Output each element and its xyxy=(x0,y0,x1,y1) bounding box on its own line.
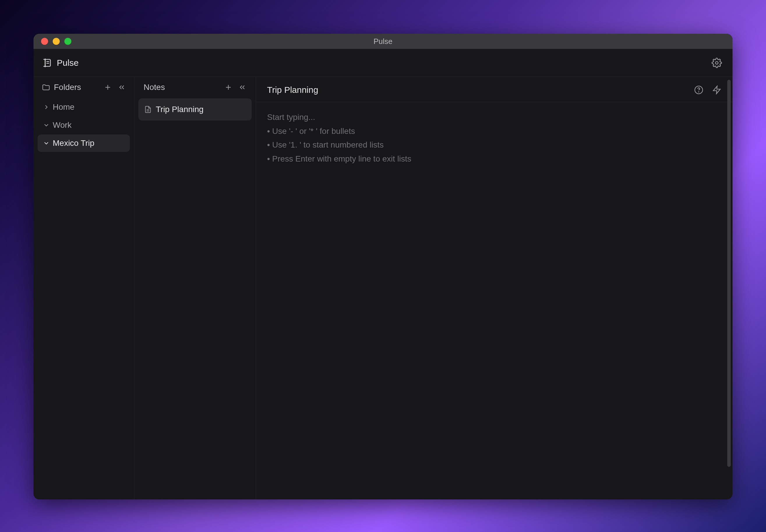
note-label: Trip Planning xyxy=(156,105,204,114)
svg-point-11 xyxy=(698,92,699,92)
content-area: Folders xyxy=(33,77,733,499)
app-name: Pulse xyxy=(57,58,79,68)
folder-icon xyxy=(42,83,50,92)
traffic-lights xyxy=(33,38,71,45)
svg-marker-12 xyxy=(713,86,720,94)
scrollbar[interactable] xyxy=(727,80,731,467)
folders-sidebar: Folders xyxy=(33,77,134,499)
collapse-notes-button[interactable] xyxy=(238,83,247,91)
help-button[interactable] xyxy=(694,85,703,95)
gear-icon xyxy=(712,58,722,68)
window-title: Pulse xyxy=(373,37,392,46)
folder-label: Mexico Trip xyxy=(53,139,94,148)
lightning-button[interactable] xyxy=(712,85,721,95)
app-header-left: Pulse xyxy=(42,58,79,68)
add-folder-button[interactable] xyxy=(104,83,112,91)
editor-placeholder: Start typing... • Use '- ' or '* ' for b… xyxy=(267,110,721,166)
note-item-trip-planning[interactable]: Trip Planning xyxy=(138,98,252,120)
folder-item-work[interactable]: Work xyxy=(38,116,130,134)
folders-header: Folders xyxy=(38,83,130,98)
folder-label: Home xyxy=(53,102,74,112)
settings-button[interactable] xyxy=(709,55,724,70)
app-logo-icon xyxy=(42,58,52,68)
notes-panel: Notes xyxy=(134,77,256,499)
folder-item-mexico-trip[interactable]: Mexico Trip xyxy=(38,134,130,152)
chevron-right-icon xyxy=(43,104,50,111)
minimize-window-button[interactable] xyxy=(53,38,60,45)
folder-label: Work xyxy=(53,120,72,130)
editor-title: Trip Planning xyxy=(267,85,318,95)
folders-title: Folders xyxy=(54,83,100,92)
notes-header: Notes xyxy=(138,83,252,98)
editor-body[interactable]: Start typing... • Use '- ' or '* ' for b… xyxy=(256,102,733,499)
collapse-sidebar-button[interactable] xyxy=(118,83,126,91)
folder-list: Home Work Mexico T xyxy=(38,98,130,152)
folder-item-home[interactable]: Home xyxy=(38,98,130,116)
add-note-button[interactable] xyxy=(224,83,233,91)
document-icon xyxy=(144,106,152,113)
svg-rect-0 xyxy=(45,59,50,66)
note-list: Trip Planning xyxy=(138,98,252,120)
maximize-window-button[interactable] xyxy=(64,38,71,45)
editor-header: Trip Planning xyxy=(256,77,733,102)
titlebar[interactable]: Pulse xyxy=(33,34,733,49)
notes-title: Notes xyxy=(143,83,224,92)
app-header: Pulse xyxy=(33,49,733,77)
editor-panel: Trip Planning xyxy=(256,77,733,499)
app-window: Pulse Pulse xyxy=(33,34,733,499)
chevron-down-icon xyxy=(43,122,50,129)
close-window-button[interactable] xyxy=(41,38,48,45)
svg-point-3 xyxy=(716,61,718,64)
chevron-down-icon xyxy=(43,140,50,147)
